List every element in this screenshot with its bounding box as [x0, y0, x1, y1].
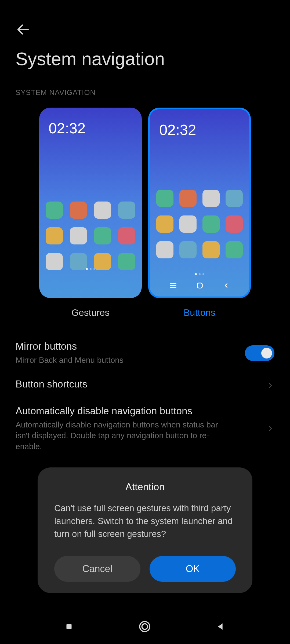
setting-subtitle: Automatically disable navigation buttons… — [16, 419, 225, 452]
section-label: SYSTEM NAVIGATION — [16, 89, 274, 97]
setting-mirror-buttons[interactable]: Mirror buttons Mirror Back and Menu butt… — [16, 328, 274, 366]
dialog-body: Can't use full screen gestures with thir… — [54, 502, 236, 540]
setting-button-shortcuts[interactable]: Button shortcuts — [16, 366, 274, 393]
setting-auto-disable-nav[interactable]: Automatically disable navigation buttons… — [16, 393, 274, 452]
svg-marker-8 — [218, 623, 223, 630]
preview-clock: 02:32 — [159, 121, 196, 138]
chevron-right-icon — [261, 379, 274, 392]
page-title: System navigation — [16, 48, 165, 69]
menu-icon — [169, 281, 177, 290]
option-buttons[interactable]: 02:32 — [148, 108, 251, 318]
attention-dialog: Attention Can't use full screen gestures… — [38, 467, 252, 593]
svg-point-6 — [140, 621, 150, 632]
system-navigation-bar — [0, 609, 290, 644]
navigation-style-chooser: 02:32 Gestures — [16, 108, 274, 318]
preview-clock: 02:32 — [49, 120, 86, 137]
option-gestures-label: Gestures — [71, 307, 110, 318]
mirror-buttons-toggle[interactable] — [245, 345, 274, 361]
ok-button[interactable]: OK — [150, 556, 236, 582]
preview-app-grid — [39, 202, 142, 270]
dialog-title: Attention — [54, 481, 236, 493]
home-button[interactable] — [138, 620, 151, 633]
preview-app-grid — [150, 190, 249, 258]
setting-title: Mirror buttons — [16, 341, 124, 352]
back-button[interactable] — [215, 621, 226, 632]
recents-button[interactable] — [64, 621, 74, 632]
back-icon — [222, 282, 230, 289]
cancel-button[interactable]: Cancel — [54, 556, 140, 582]
svg-rect-4 — [197, 283, 202, 288]
page-dots-icon — [150, 273, 249, 275]
setting-title: Automatically disable navigation buttons — [16, 405, 225, 417]
page-dots-icon — [39, 268, 142, 270]
option-gestures[interactable]: 02:32 Gestures — [39, 108, 142, 318]
svg-rect-5 — [67, 624, 72, 629]
back-arrow-icon[interactable] — [16, 22, 31, 38]
option-buttons-label: Buttons — [184, 307, 216, 318]
setting-subtitle: Mirror Back and Menu buttons — [16, 355, 124, 366]
svg-point-7 — [142, 624, 148, 630]
home-icon — [196, 282, 204, 289]
preview-navbar — [150, 278, 249, 293]
setting-title: Button shortcuts — [16, 379, 87, 390]
chevron-right-icon — [261, 422, 274, 435]
